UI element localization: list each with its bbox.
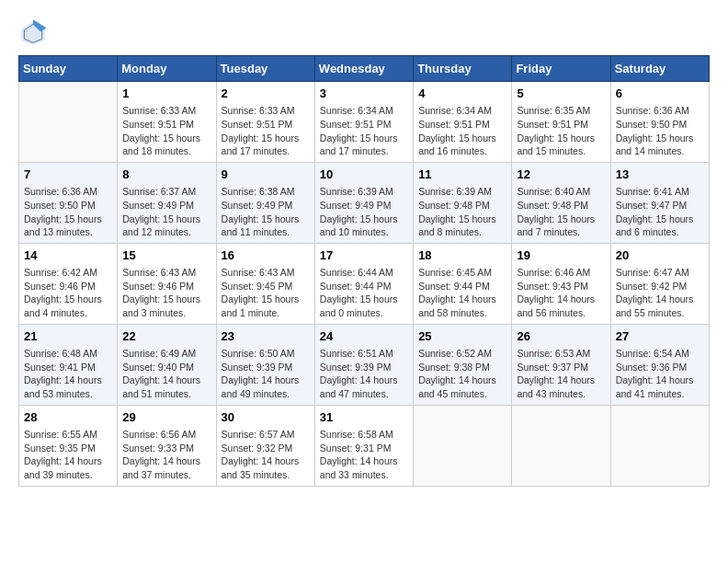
calendar-cell: 14Sunrise: 6:42 AM Sunset: 9:46 PM Dayli…: [19, 243, 118, 324]
calendar-cell: 29Sunrise: 6:56 AM Sunset: 9:33 PM Dayli…: [118, 405, 216, 486]
calendar-cell: 23Sunrise: 6:50 AM Sunset: 9:39 PM Dayli…: [216, 324, 314, 405]
day-number: 11: [418, 167, 506, 183]
day-info: Sunrise: 6:36 AM Sunset: 9:50 PM Dayligh…: [24, 185, 112, 239]
calendar-cell: 7Sunrise: 6:36 AM Sunset: 9:50 PM Daylig…: [19, 162, 118, 243]
day-info: Sunrise: 6:56 AM Sunset: 9:33 PM Dayligh…: [122, 428, 210, 482]
day-info: Sunrise: 6:45 AM Sunset: 9:44 PM Dayligh…: [418, 266, 506, 320]
day-number: 4: [418, 86, 506, 102]
calendar-week-1: 1Sunrise: 6:33 AM Sunset: 9:51 PM Daylig…: [19, 82, 710, 163]
calendar-cell: 10Sunrise: 6:39 AM Sunset: 9:49 PM Dayli…: [314, 162, 413, 243]
calendar-cell: 26Sunrise: 6:53 AM Sunset: 9:37 PM Dayli…: [512, 324, 610, 405]
day-number: 23: [222, 328, 310, 345]
calendar-header-friday: Friday: [512, 56, 610, 82]
calendar-cell: [512, 405, 610, 486]
calendar-cell: 9Sunrise: 6:38 AM Sunset: 9:49 PM Daylig…: [216, 162, 314, 243]
calendar-cell: 3Sunrise: 6:34 AM Sunset: 9:51 PM Daylig…: [314, 82, 413, 163]
day-info: Sunrise: 6:46 AM Sunset: 9:43 PM Dayligh…: [517, 266, 605, 320]
day-number: 29: [122, 409, 210, 426]
day-number: 31: [320, 409, 408, 426]
calendar-cell: 30Sunrise: 6:57 AM Sunset: 9:32 PM Dayli…: [216, 405, 314, 486]
day-number: 2: [222, 86, 310, 102]
day-info: Sunrise: 6:33 AM Sunset: 9:51 PM Dayligh…: [122, 104, 210, 158]
calendar-cell: 22Sunrise: 6:49 AM Sunset: 9:40 PM Dayli…: [118, 324, 216, 405]
calendar-cell: 15Sunrise: 6:43 AM Sunset: 9:46 PM Dayli…: [118, 243, 216, 324]
day-info: Sunrise: 6:57 AM Sunset: 9:32 PM Dayligh…: [222, 428, 310, 482]
day-info: Sunrise: 6:47 AM Sunset: 9:42 PM Dayligh…: [616, 266, 704, 320]
day-number: 27: [616, 328, 704, 345]
day-number: 8: [122, 167, 210, 183]
day-number: 30: [222, 409, 310, 426]
day-number: 28: [24, 409, 112, 426]
day-info: Sunrise: 6:58 AM Sunset: 9:31 PM Dayligh…: [320, 428, 408, 482]
day-number: 1: [122, 86, 210, 102]
calendar-week-5: 28Sunrise: 6:55 AM Sunset: 9:35 PM Dayli…: [19, 405, 710, 486]
day-number: 9: [222, 167, 310, 183]
calendar-cell: 19Sunrise: 6:46 AM Sunset: 9:43 PM Dayli…: [512, 243, 610, 324]
day-info: Sunrise: 6:43 AM Sunset: 9:45 PM Dayligh…: [222, 266, 310, 320]
calendar-cell: 16Sunrise: 6:43 AM Sunset: 9:45 PM Dayli…: [216, 243, 314, 324]
day-info: Sunrise: 6:34 AM Sunset: 9:51 PM Dayligh…: [418, 104, 506, 158]
day-info: Sunrise: 6:33 AM Sunset: 9:51 PM Dayligh…: [222, 104, 310, 158]
day-number: 7: [24, 167, 112, 183]
calendar-header-row: SundayMondayTuesdayWednesdayThursdayFrid…: [19, 56, 710, 82]
page-header: [18, 18, 710, 48]
calendar-cell: [610, 405, 709, 486]
calendar-header-thursday: Thursday: [414, 56, 512, 82]
calendar-cell: 11Sunrise: 6:39 AM Sunset: 9:48 PM Dayli…: [414, 162, 512, 243]
calendar-week-2: 7Sunrise: 6:36 AM Sunset: 9:50 PM Daylig…: [19, 162, 710, 243]
calendar-cell: 20Sunrise: 6:47 AM Sunset: 9:42 PM Dayli…: [610, 243, 709, 324]
day-number: 12: [517, 167, 605, 183]
day-info: Sunrise: 6:34 AM Sunset: 9:51 PM Dayligh…: [320, 104, 408, 158]
calendar-cell: 27Sunrise: 6:54 AM Sunset: 9:36 PM Dayli…: [610, 324, 709, 405]
calendar-header-monday: Monday: [118, 56, 216, 82]
calendar-cell: [414, 405, 512, 486]
logo: [18, 18, 51, 48]
day-info: Sunrise: 6:50 AM Sunset: 9:39 PM Dayligh…: [222, 347, 310, 401]
day-number: 14: [24, 247, 112, 264]
day-info: Sunrise: 6:36 AM Sunset: 9:50 PM Dayligh…: [616, 104, 704, 158]
day-number: 10: [320, 167, 408, 183]
calendar-week-4: 21Sunrise: 6:48 AM Sunset: 9:41 PM Dayli…: [19, 324, 710, 405]
calendar-cell: 25Sunrise: 6:52 AM Sunset: 9:38 PM Dayli…: [414, 324, 512, 405]
day-info: Sunrise: 6:43 AM Sunset: 9:46 PM Dayligh…: [122, 266, 210, 320]
calendar-cell: 5Sunrise: 6:35 AM Sunset: 9:51 PM Daylig…: [512, 82, 610, 163]
day-info: Sunrise: 6:39 AM Sunset: 9:49 PM Dayligh…: [320, 185, 408, 239]
day-info: Sunrise: 6:37 AM Sunset: 9:49 PM Dayligh…: [122, 185, 210, 239]
day-number: 22: [122, 328, 210, 345]
day-number: 24: [320, 328, 408, 345]
calendar-cell: 2Sunrise: 6:33 AM Sunset: 9:51 PM Daylig…: [216, 82, 314, 163]
calendar-cell: 12Sunrise: 6:40 AM Sunset: 9:48 PM Dayli…: [512, 162, 610, 243]
day-info: Sunrise: 6:39 AM Sunset: 9:48 PM Dayligh…: [418, 185, 506, 239]
calendar-header-saturday: Saturday: [610, 56, 709, 82]
day-number: 17: [320, 247, 408, 264]
day-number: 15: [122, 247, 210, 264]
day-info: Sunrise: 6:54 AM Sunset: 9:36 PM Dayligh…: [616, 347, 704, 401]
day-info: Sunrise: 6:52 AM Sunset: 9:38 PM Dayligh…: [418, 347, 506, 401]
day-info: Sunrise: 6:53 AM Sunset: 9:37 PM Dayligh…: [517, 347, 605, 401]
calendar-cell: 21Sunrise: 6:48 AM Sunset: 9:41 PM Dayli…: [19, 324, 118, 405]
calendar-cell: 24Sunrise: 6:51 AM Sunset: 9:39 PM Dayli…: [314, 324, 413, 405]
calendar-header-sunday: Sunday: [19, 56, 118, 82]
calendar-cell: 8Sunrise: 6:37 AM Sunset: 9:49 PM Daylig…: [118, 162, 216, 243]
calendar-cell: 6Sunrise: 6:36 AM Sunset: 9:50 PM Daylig…: [610, 82, 709, 163]
calendar-cell: 28Sunrise: 6:55 AM Sunset: 9:35 PM Dayli…: [19, 405, 118, 486]
day-info: Sunrise: 6:40 AM Sunset: 9:48 PM Dayligh…: [517, 185, 605, 239]
day-info: Sunrise: 6:48 AM Sunset: 9:41 PM Dayligh…: [24, 347, 112, 401]
calendar-cell: 17Sunrise: 6:44 AM Sunset: 9:44 PM Dayli…: [314, 243, 413, 324]
day-number: 6: [616, 86, 704, 102]
day-number: 3: [320, 86, 408, 102]
day-info: Sunrise: 6:55 AM Sunset: 9:35 PM Dayligh…: [24, 428, 112, 482]
logo-icon: [18, 18, 48, 48]
day-number: 20: [616, 247, 704, 264]
calendar-header-wednesday: Wednesday: [314, 56, 413, 82]
day-number: 5: [517, 86, 605, 102]
svg-marker-0: [21, 21, 45, 45]
day-info: Sunrise: 6:42 AM Sunset: 9:46 PM Dayligh…: [24, 266, 112, 320]
calendar-cell: [19, 82, 118, 163]
day-number: 18: [418, 247, 506, 264]
day-number: 16: [222, 247, 310, 264]
day-number: 13: [616, 167, 704, 183]
day-info: Sunrise: 6:38 AM Sunset: 9:49 PM Dayligh…: [222, 185, 310, 239]
day-number: 21: [24, 328, 112, 345]
day-info: Sunrise: 6:49 AM Sunset: 9:40 PM Dayligh…: [122, 347, 210, 401]
